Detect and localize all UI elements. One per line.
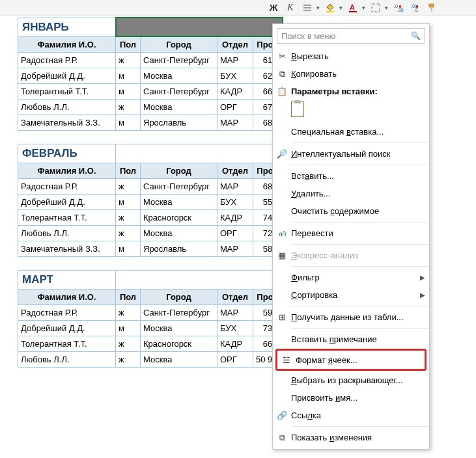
col-header-name[interactable]: Фамилия И.О. — [18, 163, 116, 179]
menu-copy[interactable]: ⧉ Копировать — [273, 65, 429, 83]
table-row[interactable]: Радостная Р.Р.жСанкт-ПетербургМАР68 3 — [18, 179, 283, 195]
format-painter-button[interactable] — [426, 2, 439, 14]
cell-city[interactable]: Ярославль — [141, 115, 217, 131]
cell-name[interactable]: Любовь Л.Л. — [18, 352, 116, 368]
table-row[interactable]: Любовь Л.Л.жМоскваОРГ67 2 — [18, 100, 283, 115]
menu-define-name[interactable]: Присвоить имя... — [273, 389, 429, 407]
menu-insert-comment[interactable]: Вставить примечание — [273, 330, 429, 348]
cell-city[interactable]: Красногорск — [141, 210, 217, 226]
cell-city[interactable]: Москва — [141, 100, 217, 115]
menu-get-from-table[interactable]: ⊞ Получить данные из табли... — [273, 308, 429, 326]
col-header-name[interactable]: Фамилия И.О. — [18, 36, 116, 53]
selected-cells[interactable] — [116, 18, 283, 36]
menu-link[interactable]: 🔗 Ссылка — [273, 407, 429, 424]
cell-city[interactable]: Санкт-Петербург — [141, 305, 217, 321]
borders-button[interactable] — [369, 2, 382, 14]
table-row[interactable]: Толерантная Т.Т.жКрасногорскКАДР74 0 — [18, 210, 283, 226]
cell-gender[interactable]: ж — [116, 226, 141, 241]
cell-gender[interactable]: ж — [116, 210, 141, 226]
menu-translate[interactable]: 🗚 Перевести — [273, 224, 429, 242]
col-header-gender[interactable]: Пол — [116, 36, 141, 53]
menu-paste-special[interactable]: Специальная вставка... — [273, 123, 429, 141]
menu-insert[interactable]: Вставить... — [273, 167, 429, 185]
cell-name[interactable]: Замечательный З.З. — [18, 115, 116, 131]
cell-name[interactable]: Радостная Р.Р. — [18, 179, 116, 195]
cell-name[interactable]: Радостная Р.Р. — [18, 53, 116, 68]
cell-dept[interactable]: КАДР — [217, 210, 253, 226]
month-title[interactable]: ЯНВАРЬ — [18, 18, 116, 36]
cell-dept[interactable]: КАДР — [217, 336, 253, 352]
cell-gender[interactable]: ж — [116, 336, 141, 352]
table-row[interactable]: Любовь Л.Л.жМоскваОРГ72 2 — [18, 226, 283, 241]
menu-show-changes[interactable]: ⧉ Показать изменения — [273, 429, 429, 446]
cell-gender[interactable]: м — [116, 321, 141, 336]
cell-gender[interactable]: ж — [116, 352, 141, 368]
cell-gender[interactable]: ж — [116, 100, 141, 115]
cell-gender[interactable]: м — [116, 68, 141, 84]
cell-dept[interactable]: МАР — [217, 53, 253, 68]
cell-name[interactable]: Добрейший Д.Д. — [18, 195, 116, 210]
cell-gender[interactable]: м — [116, 84, 141, 100]
col-header-city[interactable]: Город — [141, 290, 217, 305]
menu-delete[interactable]: Удалить... — [273, 185, 429, 202]
menu-filter[interactable]: Фильтр ▶ — [273, 269, 429, 286]
table-row[interactable]: Добрейший Д.Д.мМоскваБУХ73 0 — [18, 321, 283, 336]
cell-city[interactable]: Москва — [141, 195, 217, 210]
table-row[interactable]: Добрейший Д.Д.мМоскваБУХ55 9 — [18, 195, 283, 210]
cell-name[interactable]: Любовь Л.Л. — [18, 100, 116, 115]
col-header-gender[interactable]: Пол — [116, 290, 141, 305]
cell-dept[interactable]: МАР — [217, 115, 253, 131]
cell-city[interactable]: Ярославль — [141, 241, 217, 257]
cell-name[interactable]: Добрейший Д.Д. — [18, 321, 116, 336]
cell-name[interactable]: Радостная Р.Р. — [18, 305, 116, 321]
menu-cut[interactable]: ✂ Вырезать — [273, 47, 429, 65]
cell-gender[interactable]: м — [116, 241, 141, 257]
cell-gender[interactable]: м — [116, 195, 141, 210]
table-row[interactable]: Замечательный З.З.мЯрославльМАР68 1 — [18, 115, 283, 131]
cell-dept[interactable]: КАДР — [217, 84, 253, 100]
fill-color-button[interactable] — [324, 2, 337, 14]
cell-name[interactable]: Замечательный З.З. — [18, 241, 116, 257]
cell-name[interactable]: Толерантная Т.Т. — [18, 210, 116, 226]
cell-city[interactable]: Санкт-Петербург — [141, 84, 217, 100]
italic-button[interactable]: К — [284, 2, 297, 14]
cell-dept[interactable]: БУХ — [217, 321, 253, 336]
cell-dept[interactable]: ОРГ — [217, 100, 253, 115]
cell-dept[interactable]: МАР — [217, 305, 253, 321]
col-header-dept[interactable]: Отдел — [217, 290, 253, 305]
table-row[interactable]: Добрейший Д.Д.мМоскваБУХ62 9 — [18, 68, 283, 84]
cell-name[interactable]: Любовь Л.Л. — [18, 226, 116, 241]
cell-dept[interactable]: МАР — [217, 241, 253, 257]
col-header-city[interactable]: Город — [141, 163, 217, 179]
decrease-decimal-button[interactable]: .0.00 — [392, 2, 405, 14]
bold-button[interactable]: Ж — [267, 2, 280, 14]
table-row[interactable]: Толерантная Т.Т.жКрасногорскКАДР66 0 — [18, 336, 283, 352]
menu-clear[interactable]: Очистить содержимое — [273, 202, 429, 220]
table-row[interactable]: Толерантный Т.Т.мСанкт-ПетербургКАДР66 0 — [18, 84, 283, 100]
cell-gender[interactable]: ж — [116, 53, 141, 68]
cell-city[interactable]: Москва — [141, 321, 217, 336]
col-header-name[interactable]: Фамилия И.О. — [18, 290, 116, 305]
cell-name[interactable]: Толерантная Т.Т. — [18, 336, 116, 352]
table-row[interactable]: Замечательный З.З.мЯрославльМАР58 5 — [18, 241, 283, 257]
cell-gender[interactable]: ж — [116, 305, 141, 321]
cell-gender[interactable]: м — [116, 115, 141, 131]
cell-name[interactable]: Добрейший Д.Д. — [18, 68, 116, 84]
col-header-gender[interactable]: Пол — [116, 163, 141, 179]
cell-dept[interactable]: БУХ — [217, 68, 253, 84]
cell-dept[interactable]: ОРГ — [217, 226, 253, 241]
table-row[interactable]: Радостная Р.Р.жСанкт-ПетербургМАР61 3 — [18, 53, 283, 68]
month-title[interactable]: ФЕВРАЛЬ — [18, 144, 116, 163]
paste-option-default[interactable] — [291, 101, 304, 117]
increase-decimal-button[interactable]: .00.0 — [409, 2, 422, 14]
month-title[interactable]: МАРТ — [18, 271, 116, 290]
cell-city[interactable]: Москва — [141, 68, 217, 84]
cell-city[interactable]: Москва — [141, 226, 217, 241]
cell-dept[interactable]: БУХ — [217, 195, 253, 210]
cell-dept[interactable]: ОРГ — [217, 352, 253, 368]
menu-smart-lookup[interactable]: 🔎 Интеллектуальный поиск — [273, 145, 429, 163]
col-header-dept[interactable]: Отдел — [217, 163, 253, 179]
cell-gender[interactable]: ж — [116, 179, 141, 195]
table-row[interactable]: Любовь Л.Л.жМоскваОРГ50 914 ₽ — [18, 352, 283, 368]
cell-city[interactable]: Москва — [141, 352, 217, 368]
